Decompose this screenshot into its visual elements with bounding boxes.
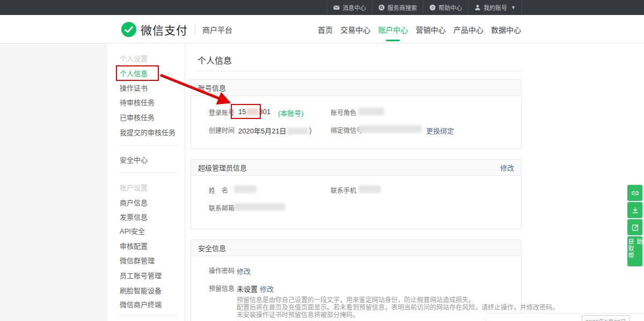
reserved-info-status: 未设置	[237, 283, 258, 294]
account-card-header: 账号信息	[191, 80, 521, 96]
nav-data-center[interactable]: 数据中心	[491, 24, 521, 35]
link-icon	[631, 189, 639, 197]
nav-product-center[interactable]: 产品中心	[453, 24, 484, 35]
redacted-contact-email	[234, 203, 285, 211]
float-link-button[interactable]	[627, 185, 642, 201]
topbar-search-label: 服务商搜索	[387, 3, 417, 12]
security-card-header: 安全信息	[191, 240, 521, 256]
created-time-row: 创建时间 2020年5月21日） 绑定微信号 更换绑定	[191, 125, 521, 134]
logo-text: 微信支付	[141, 21, 188, 38]
title-divider	[197, 71, 522, 71]
change-binding-link[interactable]: 更换绑定	[426, 125, 454, 136]
description-line-1: 预留信息是由你自己设置的一段文字，用来鉴定网站身份，防止假冒网站造成损失。	[237, 296, 559, 304]
user-icon	[474, 4, 481, 11]
wechat-pay-logo-icon	[121, 22, 136, 37]
reserved-info-label: 预留信息	[209, 283, 235, 293]
sidebar-item-api-security[interactable]: API安全	[120, 226, 145, 236]
sidebar-item-staff-accounts[interactable]: 员工账号管理	[120, 270, 162, 280]
sidebar-item-wechat-group[interactable]: 微信群管理	[120, 255, 155, 265]
reserved-info-row: 预留信息 未设置 修改	[191, 283, 521, 292]
page-title: 个人信息	[197, 54, 232, 66]
search-icon	[378, 4, 385, 11]
float-download-button[interactable]	[627, 202, 642, 218]
contact-phone-label: 联系手机	[331, 185, 356, 195]
sidebar-item-submitted-tasks[interactable]: 我提交的审核任务	[120, 127, 175, 137]
float-edit-button[interactable]	[627, 219, 642, 235]
help-icon: ?	[429, 4, 436, 11]
topbar-message-label: 消息中心	[342, 3, 366, 12]
sidebar-item-pending-tasks[interactable]: 待审核任务	[120, 97, 155, 107]
redacted-contact-phone	[358, 185, 381, 193]
date-chip[interactable]: 2020年5月22日	[582, 315, 630, 321]
main-nav: 首页 交易中心 账户中心 营销中心 产品中心 数据中心	[318, 15, 521, 43]
logo-group: 微信支付 商户平台	[121, 21, 232, 38]
nav-home[interactable]: 首页	[318, 24, 333, 35]
admin-name-row: 姓 名 联系手机	[191, 185, 521, 194]
sidebar: 个人设置 个人信息 操作证书 待审核任务 已审核任务 我提交的审核任务 安全中心…	[107, 43, 185, 321]
sidebar-item-face-devices[interactable]: 刷脸智能设备	[120, 285, 162, 295]
portal-name: 商户平台	[202, 24, 232, 35]
created-time-value: 2020年5月21日）	[238, 125, 316, 136]
sidebar-divider	[119, 173, 178, 173]
topbar-help-center[interactable]: ? 帮助中心	[423, 0, 468, 15]
created-time-label: 创建时间	[209, 125, 235, 135]
security-card-title: 安全信息	[198, 243, 226, 253]
account-card-title: 账号信息	[198, 83, 226, 93]
annotation-box-account	[231, 104, 261, 119]
sidebar-item-reviewed-tasks[interactable]: 已审核任务	[120, 112, 155, 122]
topbar: 消息中心 服务商搜索 ? 帮助中心 我的账号 ▼	[0, 0, 644, 15]
reserved-modify-link[interactable]: 修改	[260, 283, 274, 294]
sidebar-group-personal-settings: 个人设置	[120, 53, 148, 63]
svg-text:?: ?	[431, 5, 434, 10]
sidebar-divider	[119, 145, 178, 146]
operation-password-label: 操作密码	[209, 266, 235, 275]
password-modify-link[interactable]: 修改	[237, 266, 251, 276]
bottom-popup-edge: 2020年5月22日	[486, 313, 644, 321]
redacted-role-value	[358, 108, 384, 115]
admin-email-row: 联系邮箱	[191, 203, 521, 212]
redacted-created-detail	[287, 128, 309, 135]
topbar-help-label: 帮助中心	[438, 3, 462, 12]
bound-wechat-label: 绑定微信号	[331, 125, 363, 135]
topbar-message-center[interactable]: 消息中心	[327, 0, 372, 15]
redacted-wechat-id	[358, 125, 422, 133]
contact-email-label: 联系邮箱	[209, 203, 235, 212]
nav-marketing-center[interactable]: 营销中心	[416, 24, 446, 35]
security-info-card: 安全信息 操作密码 修改 预留信息 未设置 修改 预留信息是由你自己设置的一段文…	[191, 240, 522, 321]
redacted-admin-name	[234, 185, 257, 193]
sidebar-item-merchant-terminal[interactable]: 微信商户终端	[120, 299, 162, 309]
operation-password-row: 操作密码 修改	[191, 266, 521, 274]
main-content: 个人信息 账号信息 登录账号 15301 (本账号) 账号角色 创建时间 202…	[191, 43, 522, 321]
nav-account-center[interactable]: 账户中心	[378, 24, 408, 35]
edit-icon	[631, 223, 639, 232]
annotation-box-sidebar	[116, 65, 159, 81]
sidebar-item-review-config[interactable]: 审核配置	[120, 241, 148, 251]
admin-info-card: 超级管理员信息 修改 姓 名 联系手机 联系邮箱	[191, 159, 522, 229]
admin-card-title: 超级管理员信息	[198, 162, 247, 173]
chevron-down-icon: ▼	[511, 5, 516, 10]
admin-name-label: 姓 名	[209, 185, 228, 195]
float-button-panel: 获取帮助	[627, 185, 642, 266]
sidebar-group-account-settings: 账户设置	[120, 182, 148, 192]
nav-trade-center[interactable]: 交易中心	[340, 24, 370, 35]
current-account-note: (本账号)	[278, 108, 304, 118]
topbar-my-account[interactable]: 我的账号 ▼	[468, 0, 522, 15]
download-icon	[631, 206, 639, 214]
sidebar-item-security-center[interactable]: 安全中心	[120, 154, 148, 165]
topbar-account-label: 我的账号	[484, 3, 507, 12]
header: 微信支付 商户平台 首页 交易中心 账户中心 营销中心 产品中心 数据中心	[0, 15, 644, 43]
topbar-provider-search[interactable]: 服务商搜索	[372, 0, 423, 15]
sidebar-item-merchant-info[interactable]: 商户信息	[120, 197, 148, 207]
sidebar-divider	[119, 316, 178, 316]
account-role-label: 账号角色	[331, 108, 356, 117]
admin-card-header: 超级管理员信息 修改	[191, 160, 521, 176]
logo-separator	[195, 25, 195, 34]
get-help-button[interactable]: 获取帮助	[627, 236, 642, 266]
admin-modify-link[interactable]: 修改	[500, 162, 514, 173]
description-line-2: 配置后将在首页及充值页面显示。若未看到预留信息，表明当前访问的网站存在风险，请终…	[237, 304, 559, 311]
sidebar-item-invoice-info[interactable]: 发票信息	[120, 212, 148, 222]
mail-icon	[333, 4, 340, 11]
sidebar-item-certificate[interactable]: 操作证书	[120, 83, 148, 93]
